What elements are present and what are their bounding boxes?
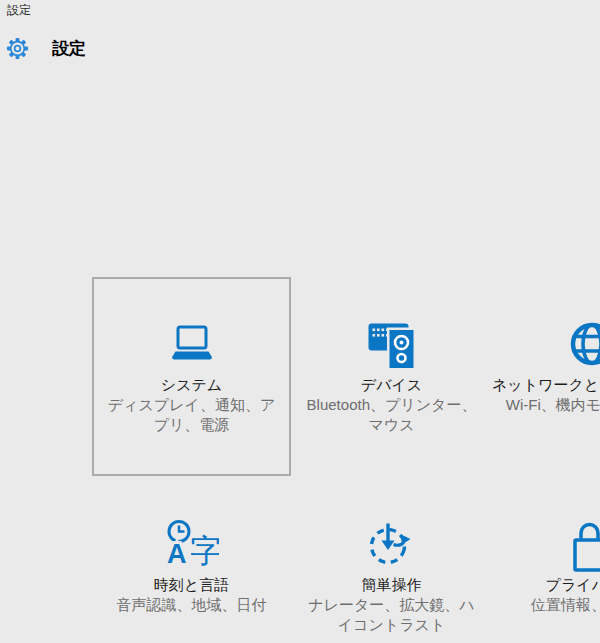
settings-window: { "window": { "title": "設定" }, "header":… (0, 0, 600, 643)
tile-network[interactable]: ネットワークとインターネット Wi-Fi、機内モード、VPN (492, 277, 600, 476)
gear-icon (6, 37, 29, 60)
lock-icon (492, 518, 600, 570)
tile-ease-of-access[interactable]: 簡単操作 ナレーター、拡大鏡、ハイコントラスト (292, 477, 491, 643)
tile-title: システム (94, 375, 289, 394)
svg-text:字: 字 (190, 533, 219, 568)
tile-privacy[interactable]: プライバシー 位置情報、カメラ (492, 477, 600, 643)
tile-devices[interactable]: デバイス Bluetooth、プリンター、マウス (292, 277, 491, 476)
tile-subtitle: ナレーター、拡大鏡、ハイコントラスト (292, 595, 491, 635)
svg-text:A: A (167, 539, 187, 568)
tile-title: デバイス (292, 375, 491, 394)
window-title: 設定 (7, 2, 31, 19)
tile-title: 簡単操作 (292, 575, 491, 594)
tile-subtitle: Bluetooth、プリンター、マウス (292, 395, 491, 435)
tile-title: プライバシー (492, 575, 600, 594)
clock-language-icon: 字 A (92, 518, 291, 570)
devices-icon (292, 318, 491, 370)
ease-of-access-icon (292, 518, 491, 570)
tile-title: 時刻と言語 (92, 575, 291, 594)
tile-subtitle: Wi-Fi、機内モード、VPN (492, 395, 600, 415)
page-header: 設定 (6, 37, 86, 60)
tile-title: ネットワークとインターネット (492, 375, 600, 394)
tile-time-language[interactable]: 字 A 時刻と言語 音声認識、地域、日付 (92, 477, 291, 643)
page-title: 設定 (52, 37, 86, 60)
tile-system[interactable]: システム ディスプレイ、通知、アプリ、電源 (92, 277, 291, 476)
tile-subtitle: ディスプレイ、通知、アプリ、電源 (94, 395, 289, 435)
laptop-icon (94, 318, 289, 370)
tile-subtitle: 位置情報、カメラ (492, 595, 600, 615)
globe-icon (492, 318, 600, 370)
tile-subtitle: 音声認識、地域、日付 (92, 595, 291, 615)
